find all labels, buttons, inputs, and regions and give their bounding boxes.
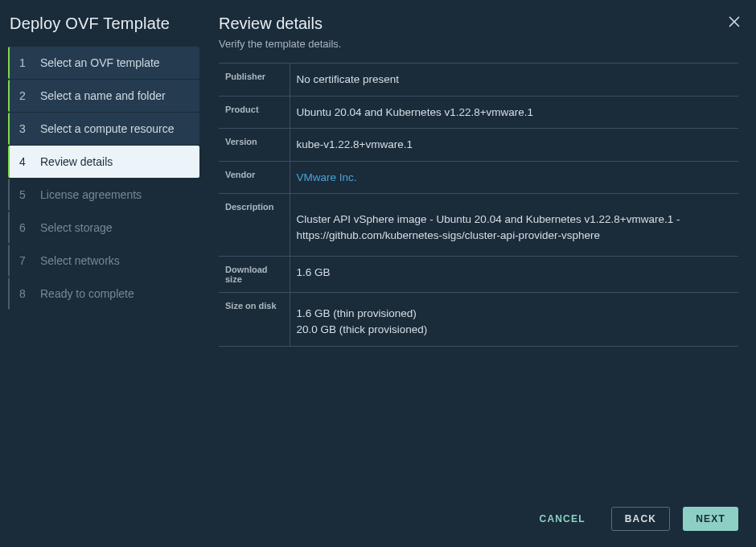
value-description: Cluster API vSphere image - Ubuntu 20.04… bbox=[290, 194, 738, 257]
description-text: Cluster API vSphere image - Ubuntu 20.04… bbox=[297, 213, 680, 241]
vendor-link[interactable]: VMware Inc. bbox=[297, 171, 357, 183]
step-select-storage[interactable]: 6 Select storage bbox=[8, 212, 199, 244]
cancel-button[interactable]: CANCEL bbox=[527, 507, 598, 531]
row-publisher: Publisher No certificate present bbox=[219, 64, 738, 97]
wizard-steps: 1 Select an OVF template 2 Select a name… bbox=[0, 46, 201, 311]
step-select-compute-resource[interactable]: 3 Select a compute resource bbox=[8, 113, 199, 145]
step-label: Select networks bbox=[40, 254, 120, 267]
wizard-sidebar: Deploy OVF Template 1 Select an OVF temp… bbox=[0, 0, 201, 547]
step-license-agreements[interactable]: 5 License agreements bbox=[8, 179, 199, 211]
label-description: Description bbox=[219, 194, 290, 257]
details-table: Publisher No certificate present Product… bbox=[219, 63, 738, 347]
label-download-size: Download size bbox=[219, 257, 290, 293]
step-label: Review details bbox=[40, 155, 113, 168]
step-label: Select an OVF template bbox=[40, 56, 160, 69]
step-label: Select a name and folder bbox=[40, 89, 166, 102]
next-button[interactable]: NEXT bbox=[683, 507, 738, 531]
step-number: 4 bbox=[19, 155, 32, 168]
page-title: Review details bbox=[219, 14, 738, 33]
step-number: 8 bbox=[19, 287, 32, 300]
step-label: Select a compute resource bbox=[40, 122, 175, 135]
step-review-details[interactable]: 4 Review details bbox=[8, 146, 199, 178]
value-version: kube-v1.22.8+vmware.1 bbox=[290, 129, 738, 162]
value-product: Ubuntu 20.04 and Kubernetes v1.22.8+vmwa… bbox=[290, 96, 738, 129]
row-description: Description Cluster API vSphere image - … bbox=[219, 194, 738, 257]
close-icon[interactable] bbox=[727, 14, 742, 32]
size-thick: 20.0 GB (thick provisioned) bbox=[297, 322, 733, 338]
row-vendor: Vendor VMware Inc. bbox=[219, 161, 738, 194]
wizard-title: Deploy OVF Template bbox=[0, 14, 201, 46]
step-select-name-folder[interactable]: 2 Select a name and folder bbox=[8, 80, 199, 112]
step-number: 7 bbox=[19, 254, 32, 267]
size-thin: 1.6 GB (thin provisioned) bbox=[297, 306, 733, 322]
label-size-on-disk: Size on disk bbox=[219, 293, 290, 346]
step-label: Ready to complete bbox=[40, 287, 134, 300]
wizard-footer: CANCEL BACK NEXT bbox=[219, 507, 738, 531]
label-publisher: Publisher bbox=[219, 64, 290, 97]
row-download-size: Download size 1.6 GB bbox=[219, 257, 738, 293]
step-number: 5 bbox=[19, 188, 32, 201]
wizard-content: Review details Verify the template detai… bbox=[201, 0, 756, 547]
value-download-size: 1.6 GB bbox=[290, 257, 738, 293]
back-button[interactable]: BACK bbox=[611, 507, 670, 531]
label-vendor: Vendor bbox=[219, 161, 290, 194]
value-vendor: VMware Inc. bbox=[290, 161, 738, 194]
step-label: Select storage bbox=[40, 221, 113, 234]
step-number: 6 bbox=[19, 221, 32, 234]
step-select-networks[interactable]: 7 Select networks bbox=[8, 245, 199, 277]
page-subtitle: Verify the template details. bbox=[219, 38, 738, 50]
step-label: License agreements bbox=[40, 188, 142, 201]
step-number: 3 bbox=[19, 122, 32, 135]
row-version: Version kube-v1.22.8+vmware.1 bbox=[219, 129, 738, 162]
step-number: 1 bbox=[19, 56, 32, 69]
row-size-on-disk: Size on disk 1.6 GB (thin provisioned) 2… bbox=[219, 293, 738, 346]
row-product: Product Ubuntu 20.04 and Kubernetes v1.2… bbox=[219, 96, 738, 129]
label-product: Product bbox=[219, 96, 290, 129]
step-number: 2 bbox=[19, 89, 32, 102]
label-version: Version bbox=[219, 129, 290, 162]
value-size-on-disk: 1.6 GB (thin provisioned) 20.0 GB (thick… bbox=[290, 293, 738, 346]
step-ready-to-complete[interactable]: 8 Ready to complete bbox=[8, 278, 199, 310]
value-publisher: No certificate present bbox=[290, 64, 738, 97]
step-select-ovf-template[interactable]: 1 Select an OVF template bbox=[8, 47, 199, 79]
